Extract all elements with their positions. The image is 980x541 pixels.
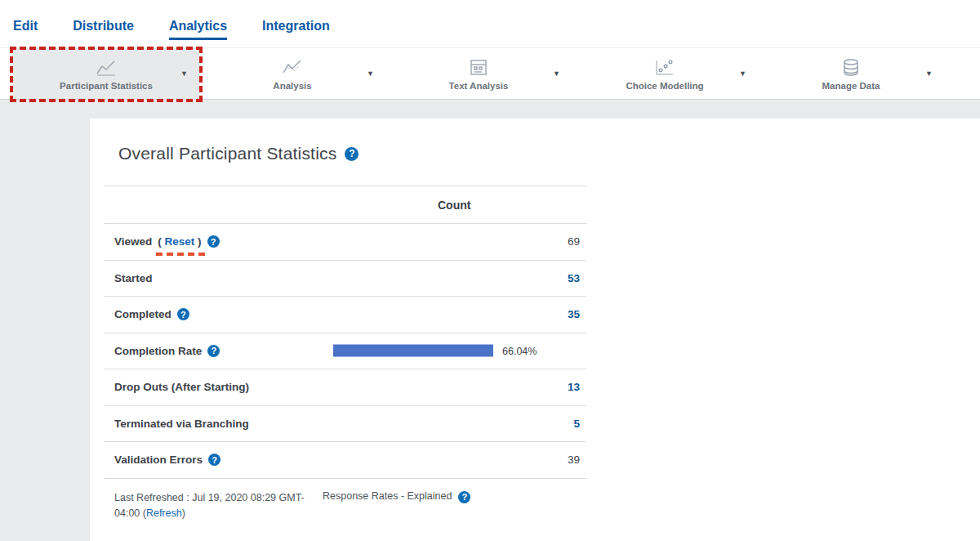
completion-rate-bar: [333, 345, 493, 357]
chevron-down-icon[interactable]: ▼: [739, 69, 746, 78]
help-icon[interactable]: ?: [208, 454, 220, 466]
row-label: Started: [114, 272, 153, 284]
row-value: 13: [568, 381, 586, 393]
table-row: Terminated via Branching 5: [104, 406, 586, 443]
toolbar-item-label: Choice Modelling: [626, 81, 703, 91]
row-label: Completed: [114, 308, 172, 320]
toolbar-item-manage-data[interactable]: Manage Data ▼: [758, 48, 944, 99]
area-chart-icon: [281, 56, 304, 78]
nav-item-edit[interactable]: Edit: [13, 19, 38, 40]
chevron-down-icon[interactable]: ▼: [180, 69, 188, 78]
reset-link[interactable]: Reset: [165, 235, 195, 248]
line-chart-icon: [95, 56, 118, 78]
row-label: Completion Rate: [114, 345, 202, 357]
help-icon[interactable]: ?: [177, 308, 189, 320]
table-row: Viewed ( Reset ) ? 69: [104, 224, 586, 261]
row-value: 39: [568, 454, 586, 466]
toolbar-item-choice-modelling[interactable]: Choice Modelling ▼: [572, 48, 758, 99]
help-icon[interactable]: ?: [207, 235, 220, 248]
nav-item-analytics[interactable]: Analytics: [169, 19, 227, 40]
toolbar-item-label: Analysis: [273, 81, 311, 91]
table-row: Validation Errors ? 39: [104, 442, 586, 479]
row-value: 69: [568, 235, 586, 248]
participant-statistics-card: Overall Participant Statistics ? Count V…: [90, 118, 980, 541]
table-header: Count: [104, 186, 586, 224]
top-navigation: Edit Distribute Analytics Integration: [0, 0, 980, 47]
statistics-table: Count Viewed ( Reset ) ? 69: [104, 186, 586, 479]
table-row: Completed ? 35: [104, 297, 586, 333]
page-content: Overall Participant Statistics ? Count V…: [0, 118, 980, 541]
response-rates-text: Response Rates - Explained: [323, 490, 452, 502]
toolbar-item-analysis[interactable]: Analysis ▼: [199, 48, 385, 99]
row-label: Drop Outs (After Starting): [114, 381, 249, 393]
row-value: 53: [568, 272, 586, 284]
help-icon[interactable]: ?: [345, 147, 359, 161]
row-value: 5: [573, 418, 586, 430]
chevron-down-icon[interactable]: ▼: [553, 69, 560, 78]
toolbar-item-participant-statistics[interactable]: Participant Statistics ▼: [13, 48, 199, 99]
row-label: Validation Errors: [114, 454, 203, 466]
chevron-down-icon[interactable]: ▼: [367, 69, 374, 78]
row-label: Viewed: [114, 235, 152, 248]
annotation-dashed-underline: [156, 253, 204, 256]
count-column-header: Count: [438, 199, 470, 212]
table-row: Drop Outs (After Starting) 13: [104, 369, 586, 406]
toolbar-item-label: Manage Data: [822, 81, 880, 91]
table-row: Started 53: [104, 261, 586, 297]
row-value: 35: [568, 308, 586, 320]
refresh-link[interactable]: Refresh: [146, 507, 182, 519]
text-grid-icon: [468, 56, 489, 78]
help-icon[interactable]: ?: [458, 491, 470, 503]
paren-open: (: [158, 235, 162, 248]
scatter-chart-icon: [653, 56, 676, 78]
toolbar-item-text-analysis[interactable]: Text Analysis ▼: [385, 48, 572, 99]
table-footer: Last Refreshed : Jul 19, 2020 08:29 GMT-…: [104, 490, 980, 522]
row-label: Terminated via Branching: [114, 418, 249, 430]
toolbar-item-label: Text Analysis: [449, 81, 509, 91]
completion-rate-value: 66.04%: [502, 345, 537, 356]
nav-item-integration[interactable]: Integration: [262, 19, 330, 40]
toolbar-item-label: Participant Statistics: [60, 81, 153, 91]
help-icon[interactable]: ?: [207, 345, 220, 357]
page-title: Overall Participant Statistics: [118, 144, 336, 163]
chevron-down-icon[interactable]: ▼: [925, 69, 933, 78]
paren-close: ): [198, 235, 202, 248]
analytics-toolbar: Participant Statistics ▼ Analysis ▼ Text…: [0, 47, 980, 100]
database-icon: [840, 56, 862, 78]
table-row: Completion Rate ? 66.04%: [104, 333, 586, 370]
last-refreshed-text: Last Refreshed : Jul 19, 2020 08:29 GMT-…: [104, 490, 323, 522]
nav-item-distribute[interactable]: Distribute: [73, 19, 134, 40]
